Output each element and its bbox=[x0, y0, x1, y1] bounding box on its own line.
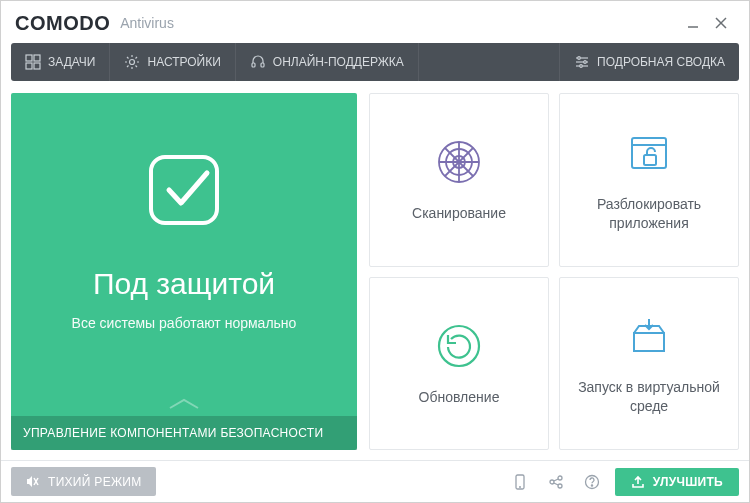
toolbar-support[interactable]: ОНЛАЙН-ПОДДЕРЖКА bbox=[236, 43, 419, 81]
svg-rect-5 bbox=[26, 63, 32, 69]
close-button[interactable] bbox=[707, 9, 735, 37]
tasks-icon bbox=[25, 54, 41, 70]
unlock-window-icon bbox=[623, 127, 675, 179]
toolbar-summary[interactable]: ПОДРОБНАЯ СВОДКА bbox=[559, 43, 739, 81]
tile-unblock-label: Разблокировать приложения bbox=[560, 195, 738, 233]
bottom-bar: ТИХИЙ РЕЖИМ УЛУЧШИТЬ bbox=[1, 460, 749, 502]
tile-scan[interactable]: Сканирование bbox=[369, 93, 549, 267]
svg-point-32 bbox=[550, 480, 554, 484]
svg-point-7 bbox=[130, 60, 135, 65]
tile-unblock[interactable]: Разблокировать приложения bbox=[559, 93, 739, 267]
svg-rect-16 bbox=[151, 157, 217, 223]
status-title: Под защитой bbox=[93, 267, 275, 301]
svg-point-38 bbox=[591, 484, 592, 485]
refresh-icon bbox=[433, 320, 485, 372]
svg-rect-8 bbox=[252, 63, 255, 67]
manage-security-button[interactable]: УПРАВЛЕНИЕ КОМПОНЕНТАМИ БЕЗОПАСНОСТИ bbox=[11, 416, 357, 450]
chevron-up-icon bbox=[166, 396, 202, 412]
svg-rect-24 bbox=[632, 138, 666, 168]
svg-rect-4 bbox=[34, 55, 40, 61]
toolbar-tasks[interactable]: ЗАДАЧИ bbox=[11, 43, 110, 81]
svg-rect-6 bbox=[34, 63, 40, 69]
toolbar-settings[interactable]: НАСТРОЙКИ bbox=[110, 43, 235, 81]
titlebar: COMODO Antivirus bbox=[1, 1, 749, 43]
tile-virtual-label: Запуск в виртуальной среде bbox=[560, 378, 738, 416]
protected-checkmark-icon bbox=[129, 135, 239, 245]
status-subtitle: Все системы работают нормально bbox=[72, 315, 297, 331]
tile-virtual[interactable]: Запуск в виртуальной среде bbox=[559, 277, 739, 451]
svg-point-33 bbox=[558, 476, 562, 480]
svg-point-27 bbox=[439, 326, 479, 366]
svg-point-14 bbox=[584, 61, 587, 64]
status-panel: Под защитой Все системы работают нормаль… bbox=[11, 93, 357, 450]
upgrade-label: УЛУЧШИТЬ bbox=[653, 475, 723, 489]
upgrade-button[interactable]: УЛУЧШИТЬ bbox=[615, 468, 739, 496]
svg-rect-3 bbox=[26, 55, 32, 61]
silent-mode-label: ТИХИЙ РЕЖИМ bbox=[48, 475, 142, 489]
mute-icon bbox=[25, 474, 40, 489]
main-content: Под защитой Все системы работают нормаль… bbox=[1, 81, 749, 460]
gear-icon bbox=[124, 54, 140, 70]
brand-logo: COMODO bbox=[15, 12, 110, 35]
toolbar-support-label: ОНЛАЙН-ПОДДЕРЖКА bbox=[273, 55, 404, 69]
share-icon[interactable] bbox=[543, 469, 569, 495]
upload-icon bbox=[631, 475, 645, 489]
svg-point-15 bbox=[580, 65, 583, 68]
main-toolbar: ЗАДАЧИ НАСТРОЙКИ ОНЛАЙН-ПОДДЕРЖКА ПОДРОБ… bbox=[11, 43, 739, 81]
action-tiles: Сканирование Разблокировать приложения bbox=[369, 93, 739, 450]
svg-rect-9 bbox=[261, 63, 264, 67]
radar-icon bbox=[433, 136, 485, 188]
silent-mode-button[interactable]: ТИХИЙ РЕЖИМ bbox=[11, 467, 156, 496]
sandbox-icon bbox=[623, 310, 675, 362]
headset-icon bbox=[250, 54, 266, 70]
svg-line-35 bbox=[553, 479, 558, 481]
minimize-button[interactable] bbox=[679, 9, 707, 37]
svg-point-13 bbox=[578, 57, 581, 60]
sliders-icon bbox=[574, 54, 590, 70]
svg-point-34 bbox=[558, 484, 562, 488]
tile-update-label: Обновление bbox=[409, 388, 510, 407]
tile-scan-label: Сканирование bbox=[402, 204, 516, 223]
product-name: Antivirus bbox=[120, 15, 174, 31]
svg-rect-26 bbox=[644, 155, 656, 165]
mobile-icon[interactable] bbox=[507, 469, 533, 495]
toolbar-tasks-label: ЗАДАЧИ bbox=[48, 55, 95, 69]
manage-security-label: УПРАВЛЕНИЕ КОМПОНЕНТАМИ БЕЗОПАСНОСТИ bbox=[23, 426, 323, 440]
tile-update[interactable]: Обновление bbox=[369, 277, 549, 451]
svg-line-36 bbox=[553, 483, 558, 485]
toolbar-summary-label: ПОДРОБНАЯ СВОДКА bbox=[597, 55, 725, 69]
toolbar-settings-label: НАСТРОЙКИ bbox=[147, 55, 220, 69]
help-icon[interactable] bbox=[579, 469, 605, 495]
